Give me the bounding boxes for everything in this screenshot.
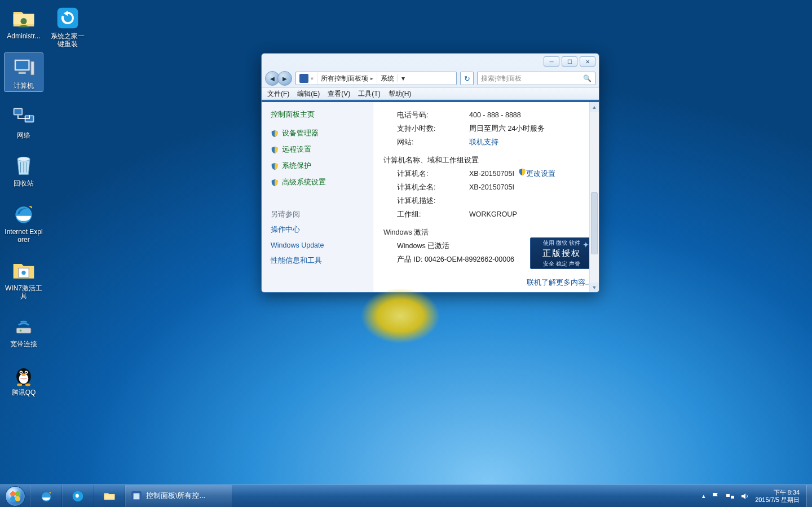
- broadband-icon: [10, 312, 37, 340]
- maximize-button[interactable]: ☐: [562, 56, 577, 67]
- menu-help[interactable]: 帮助(H): [389, 89, 412, 99]
- svg-rect-13: [16, 328, 31, 333]
- scroll-up-button[interactable]: ▲: [590, 102, 599, 112]
- sidebar-remote-settings[interactable]: 远程设置: [271, 145, 364, 155]
- svg-rect-24: [58, 8, 78, 29]
- sidebar-advanced-settings[interactable]: 高级系统设置: [271, 178, 364, 187]
- icon-label: Internet Explorer: [5, 228, 43, 244]
- show-desktop-button[interactable]: [806, 485, 812, 507]
- menu-file[interactable]: 文件(F): [267, 89, 289, 99]
- address-bar[interactable]: « 所有控制面板项▸ 系统 ▾: [295, 72, 457, 85]
- taskbar-ie[interactable]: [30, 485, 62, 507]
- computer-name-label: 计算机名:: [397, 167, 465, 181]
- refresh-button[interactable]: ↻: [460, 72, 474, 85]
- nav-forward-button[interactable]: ►: [277, 71, 292, 86]
- breadcrumb-root[interactable]: 所有控制面板项: [321, 74, 368, 83]
- shield-icon: [271, 162, 279, 170]
- desktop[interactable]: Administr... 计算机 网络 回收站 Internet Explore…: [0, 0, 812, 507]
- description-label: 计算机描述:: [397, 195, 465, 208]
- star-icon: ✦: [582, 240, 589, 249]
- network-icon: [10, 104, 37, 131]
- tray-expand-icon[interactable]: ▴: [702, 492, 705, 500]
- change-settings-link[interactable]: 更改设置: [526, 170, 555, 178]
- icon-label: 腾讯QQ: [12, 389, 36, 397]
- control-panel-home-link[interactable]: 控制面板主页: [271, 110, 364, 120]
- clock[interactable]: 下午 8:34 2015/7/5 星期日: [755, 489, 802, 503]
- scroll-down-button[interactable]: ▼: [590, 283, 599, 292]
- menubar: 文件(F) 编辑(E) 查看(V) 工具(T) 帮助(H): [262, 87, 599, 100]
- menu-view[interactable]: 查看(V): [328, 89, 350, 99]
- desktop-icon-broadband[interactable]: 宽带连接: [5, 312, 43, 349]
- volume-icon[interactable]: [740, 492, 749, 501]
- icon-label: 计算机: [14, 82, 34, 90]
- taskbar-active-window[interactable]: 控制面板\所有控...: [125, 485, 232, 507]
- desktop-icon-qq[interactable]: 腾讯QQ: [5, 361, 43, 397]
- see-also-action-center[interactable]: 操作中心: [271, 225, 364, 235]
- menu-tools[interactable]: 工具(T): [358, 89, 380, 99]
- computer-icon: [10, 54, 37, 81]
- site-link[interactable]: 联机支持: [469, 136, 579, 149]
- taskbar-explorer[interactable]: [94, 485, 125, 507]
- svg-point-14: [20, 330, 22, 332]
- desktop-icon-ie[interactable]: Internet Explorer: [5, 200, 43, 244]
- recycle-bin-icon: [10, 152, 37, 179]
- desktop-icon-network[interactable]: 网络: [5, 104, 43, 140]
- desktop-icons-col1: Administr... 计算机 网络 回收站 Internet Explore…: [5, 5, 43, 397]
- search-placeholder: 搜索控制面板: [481, 74, 522, 83]
- full-name-label: 计算机全名:: [397, 181, 465, 195]
- taskbar-task-label: 控制面板\所有控...: [146, 491, 205, 501]
- desktop-icons-col2: 系统之家一键重装: [48, 5, 87, 49]
- genuine-badge[interactable]: ✦ 使用 微软 软件 正版授权 安全 稳定 声誉: [530, 237, 593, 269]
- sidebar-system-protection[interactable]: 系统保护: [271, 161, 364, 171]
- folder-user-icon: [10, 5, 37, 32]
- window-titlebar[interactable]: ─ ☐ ✕: [262, 54, 599, 69]
- control-panel-glyph-icon: [299, 74, 308, 83]
- windows-orb-icon: [5, 486, 25, 506]
- clock-time: 下午 8:34: [774, 489, 800, 496]
- flag-icon[interactable]: [711, 492, 720, 501]
- full-name-value: XB-20150705I: [469, 181, 579, 195]
- clock-date: 2015/7/5 星期日: [755, 496, 800, 504]
- svg-rect-3: [31, 61, 34, 75]
- start-button[interactable]: [0, 485, 30, 507]
- close-button[interactable]: ✕: [580, 56, 595, 67]
- see-also-windows-update[interactable]: Windows Update: [271, 241, 364, 249]
- taskbar: 控制面板\所有控... ▴ 下午 8:34 2015/7/5 星期日: [0, 484, 812, 507]
- svg-rect-29: [726, 494, 730, 497]
- qq-penguin-icon: [10, 361, 37, 388]
- svg-point-21: [21, 374, 25, 376]
- svg-rect-28: [134, 493, 140, 499]
- desktop-icon-recycle-bin[interactable]: 回收站: [5, 152, 43, 188]
- computer-name-heading: 计算机名称、域和工作组设置: [383, 156, 579, 165]
- scroll-thumb[interactable]: [591, 192, 598, 254]
- taskbar-unknown-blue[interactable]: [62, 485, 94, 507]
- desktop-icon-reinstall[interactable]: 系统之家一键重装: [48, 5, 87, 49]
- address-dropdown[interactable]: ▾: [398, 74, 408, 82]
- system-properties-window: ─ ☐ ✕ ◄ ► « 所有控制面板项▸ 系统 ▾ ↻ 搜索控制面板 🔍 文件(…: [261, 53, 599, 293]
- desktop-icon-computer[interactable]: 计算机: [5, 53, 43, 91]
- hours-value: 周日至周六 24小时服务: [469, 122, 579, 136]
- phone-label: 电话号码:: [397, 109, 465, 122]
- desktop-icon-win7-activator[interactable]: WIN7激活工具: [5, 257, 43, 301]
- network-tray-icon[interactable]: [726, 492, 735, 501]
- svg-point-23: [25, 383, 30, 386]
- search-input[interactable]: 搜索控制面板 🔍: [477, 72, 595, 85]
- icon-label: Administr...: [7, 33, 40, 41]
- svg-point-22: [17, 383, 22, 386]
- minimize-button[interactable]: ─: [544, 56, 559, 67]
- icon-label: 网络: [17, 132, 30, 140]
- scrollbar[interactable]: ▲ ▼: [589, 102, 599, 292]
- svg-point-12: [21, 271, 25, 275]
- learn-more-link[interactable]: 联机了解更多内容...: [527, 278, 591, 288]
- reinstall-app-icon: [54, 5, 81, 32]
- svg-rect-30: [731, 496, 734, 499]
- ie-icon: [10, 200, 37, 227]
- badge-line2: 正版授权: [542, 248, 581, 259]
- desktop-icon-administrator[interactable]: Administr...: [5, 5, 43, 41]
- sidebar-device-manager[interactable]: 设备管理器: [271, 129, 364, 138]
- see-also-performance[interactable]: 性能信息和工具: [271, 256, 364, 266]
- svg-rect-2: [16, 61, 28, 69]
- menu-edit[interactable]: 编辑(E): [297, 89, 320, 99]
- search-icon: 🔍: [583, 74, 592, 82]
- breadcrumb-leaf[interactable]: 系统: [381, 74, 394, 83]
